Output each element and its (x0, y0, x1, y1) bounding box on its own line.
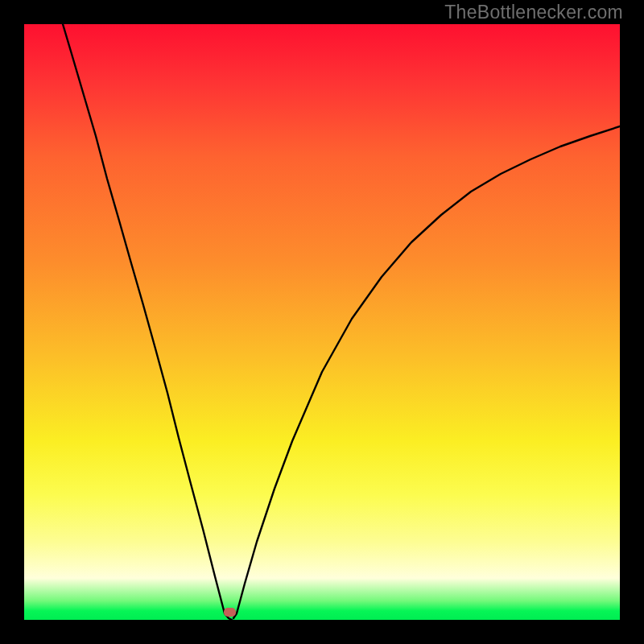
watermark-text: TheBottlenecker.com (444, 2, 623, 23)
plot-background-gradient (24, 24, 620, 620)
chart-page: TheBottlenecker.com (0, 0, 644, 644)
minimum-marker (224, 608, 236, 617)
